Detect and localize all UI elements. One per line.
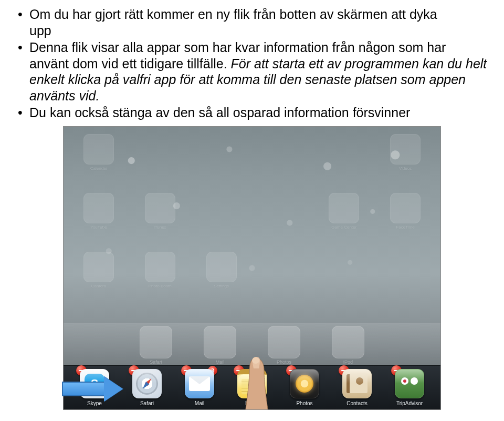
ipad-screenshot: Calendar Videos YouTube iTunes Game Cent…	[63, 126, 441, 410]
dock-photos: Photos	[265, 326, 303, 365]
screenshot-wrap: Calendar Videos YouTube iTunes Game Cent…	[63, 126, 441, 410]
bg-icon: Settings	[204, 252, 239, 289]
contacts-icon	[342, 369, 372, 398]
bg-icon: Game Center	[327, 193, 361, 230]
bg-icon: iTunes	[143, 193, 177, 230]
mail-icon	[185, 369, 214, 398]
bg-icon: Calendar	[81, 134, 116, 171]
bg-icon: Photo Booth	[143, 252, 177, 289]
safari-icon	[132, 369, 162, 398]
app-label: TripAdvisor	[396, 401, 423, 406]
app-mail[interactable]: 3 Mail	[180, 369, 219, 406]
arrow-annotation-icon	[62, 376, 125, 402]
bullet-2: Denna flik visar alla appar som har kvar…	[15, 39, 489, 104]
bg-icon	[265, 252, 300, 289]
app-photos[interactable]: Photos	[285, 369, 324, 406]
bg-icon	[327, 134, 361, 171]
app-label: Photos	[296, 401, 312, 406]
bullet-3-text: Du kan också stänga av den så all ospara…	[29, 105, 410, 120]
bullet-list: Om du har gjort rätt kommer en ny flik f…	[15, 6, 489, 121]
app-label: Notes	[245, 401, 259, 406]
app-label: Safari	[140, 401, 154, 406]
photos-icon	[290, 369, 319, 398]
dock-mail: Mail	[201, 326, 239, 365]
bg-icon: Videos	[388, 134, 423, 171]
bg-icon	[327, 252, 361, 289]
app-tripadvisor[interactable]: TripAdvisor	[390, 369, 429, 406]
bg-icon	[143, 134, 177, 171]
app-safari[interactable]: Safari	[128, 369, 166, 406]
bg-icon	[204, 134, 239, 171]
tripadvisor-icon	[395, 369, 424, 398]
bg-row-2: YouTube iTunes Game Center FaceTime	[64, 193, 440, 230]
app-label: Contacts	[346, 401, 367, 406]
bullet-2-line2: använt dom vid ett tidigare tillfälle.	[29, 56, 231, 71]
bg-icon: Camera	[81, 252, 116, 289]
dock: Safari Mail Photos iPod	[64, 323, 440, 365]
bullet-1-line1: Om du har gjort rätt kommer en ny flik f…	[29, 7, 437, 22]
page: Om du har gjort rätt kommer en ny flik f…	[0, 0, 504, 410]
bg-icon: FaceTime	[388, 193, 423, 230]
dock-safari: Safari	[136, 326, 175, 365]
bg-icon: YouTube	[81, 193, 116, 230]
bg-row-3: Camera Photo Booth Settings	[64, 252, 440, 289]
app-label: Mail	[195, 401, 204, 406]
app-notes[interactable]: Notes	[233, 369, 271, 406]
notes-icon	[237, 369, 267, 398]
bullet-1: Om du har gjort rätt kommer en ny flik f…	[15, 6, 489, 38]
bg-icon	[265, 193, 300, 230]
bg-row-1: Calendar Videos	[64, 134, 440, 171]
bullet-2-line1: Denna flik visar alla appar som har kvar…	[29, 40, 446, 55]
bullet-3: Du kan också stänga av den så all ospara…	[15, 105, 489, 121]
bullet-1-line2: upp	[29, 23, 51, 38]
dock-ipod: iPod	[329, 326, 368, 365]
bg-icon	[204, 193, 239, 230]
bg-icon	[265, 134, 300, 171]
app-contacts[interactable]: Contacts	[338, 369, 376, 406]
bg-icon	[388, 252, 423, 289]
